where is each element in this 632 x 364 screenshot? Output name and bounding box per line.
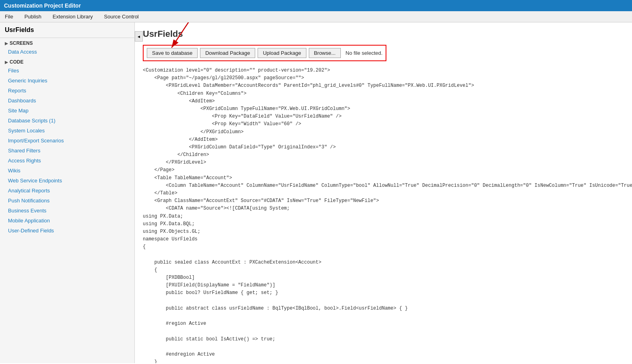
download-package-button[interactable]: Download Package xyxy=(200,48,255,58)
page-title: UsrFields xyxy=(143,29,624,39)
browse-button[interactable]: Browse... xyxy=(309,48,341,58)
sidebar-section-code[interactable]: ▶ CODE xyxy=(0,57,134,66)
sidebar-item-business-events[interactable]: Business Events xyxy=(0,206,134,216)
main-content: UsrFields Save to database Download Pack… xyxy=(135,22,632,363)
screens-arrow: ▶ xyxy=(5,41,8,46)
sidebar-item-mobile-application[interactable]: Mobile Application xyxy=(0,216,134,226)
code-arrow: ▶ xyxy=(5,60,8,64)
sidebar-item-user-defined-fields[interactable]: User-Defined Fields xyxy=(0,226,134,236)
code-label: CODE xyxy=(10,59,24,65)
sidebar-item-files[interactable]: Files xyxy=(0,66,134,76)
layout: UsrFields ▶ SCREENS Data Access ▶ CODE F… xyxy=(0,22,632,363)
upload-package-button[interactable]: Upload Package xyxy=(258,48,306,58)
sidebar-item-generic-inquiries[interactable]: Generic Inquiries xyxy=(0,76,134,86)
sidebar-item-system-locales[interactable]: System Locales xyxy=(0,126,134,136)
sidebar-item-reports[interactable]: Reports xyxy=(0,86,134,96)
menu-extension-library[interactable]: Extension Library xyxy=(51,13,94,20)
sidebar-item-web-service[interactable]: Web Service Endpoints xyxy=(0,176,134,186)
code-area: <Customization level="0" description="" … xyxy=(143,67,624,363)
sidebar-collapse-button[interactable]: ◄ xyxy=(135,31,143,42)
menu-publish[interactable]: Publish xyxy=(23,13,43,20)
sidebar-item-database-scripts[interactable]: Database Scripts (1) xyxy=(0,116,134,126)
sidebar-item-access-rights[interactable]: Access Rights xyxy=(0,156,134,166)
menu-bar: File Publish Extension Library Source Co… xyxy=(0,11,632,22)
sidebar-item-push-notifications[interactable]: Push Notifications xyxy=(0,196,134,206)
toolbar: Save to database Download Package Upload… xyxy=(143,45,386,61)
sidebar-item-data-access[interactable]: Data Access xyxy=(0,47,134,57)
sidebar-item-dashboards[interactable]: Dashboards xyxy=(0,96,134,106)
save-to-database-button[interactable]: Save to database xyxy=(147,48,198,58)
sidebar-title: UsrFields xyxy=(0,22,134,38)
sidebar-item-wikis[interactable]: Wikis xyxy=(0,166,134,176)
sidebar-item-site-map[interactable]: Site Map xyxy=(0,106,134,116)
menu-source-control[interactable]: Source Control xyxy=(102,13,140,20)
sidebar-item-shared-filters[interactable]: Shared Filters xyxy=(0,146,134,156)
app-title: Customization Project Editor xyxy=(4,2,81,9)
title-bar: Customization Project Editor xyxy=(0,0,632,11)
sidebar-item-analytical-reports[interactable]: Analytical Reports xyxy=(0,186,134,196)
sidebar: UsrFields ▶ SCREENS Data Access ▶ CODE F… xyxy=(0,22,135,363)
screens-label: SCREENS xyxy=(10,40,33,46)
collapse-arrow-icon: ◄ xyxy=(137,34,141,39)
sidebar-item-import-export[interactable]: Import/Export Scenarios xyxy=(0,136,134,146)
no-file-selected-label: No file selected. xyxy=(346,50,383,56)
menu-file[interactable]: File xyxy=(3,13,15,20)
sidebar-section-screens[interactable]: ▶ SCREENS xyxy=(0,38,134,47)
